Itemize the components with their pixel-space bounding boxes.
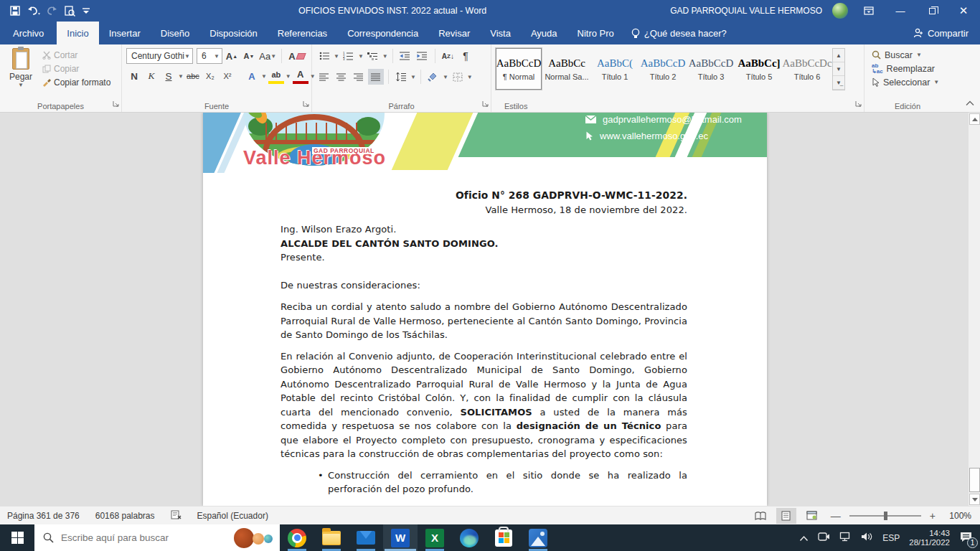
text-effects-caret[interactable]: ▼ [261, 73, 267, 80]
save-icon[interactable] [10, 6, 20, 16]
meet-now-icon[interactable] [818, 532, 830, 545]
bold-button[interactable]: N [126, 68, 142, 84]
justify-button[interactable] [368, 69, 384, 85]
taskbar-excel[interactable]: X [418, 524, 452, 551]
search-highlights-icon[interactable] [234, 527, 274, 549]
network-icon[interactable] [839, 532, 852, 545]
restore-button[interactable] [921, 3, 943, 19]
italic-button[interactable]: K [143, 68, 159, 84]
taskbar-edge[interactable] [452, 524, 486, 551]
clear-formatting-button[interactable]: A [286, 48, 307, 64]
styles-more-button[interactable]: ▼̲ [833, 76, 844, 90]
taskbar-file-explorer[interactable] [314, 524, 349, 551]
highlight-button[interactable]: ab [268, 68, 284, 84]
paste-button[interactable]: Pegar ▼ [4, 48, 37, 100]
web-layout-button[interactable] [802, 508, 822, 524]
zoom-level[interactable]: 100% [944, 511, 971, 521]
align-right-button[interactable] [351, 69, 367, 85]
font-size-combo[interactable]: 6▼ [197, 48, 222, 64]
tab-vista[interactable]: Vista [480, 22, 521, 44]
select-button[interactable]: Seleccionar▼ [872, 75, 946, 89]
read-mode-button[interactable] [750, 508, 771, 524]
taskbar-search[interactable] [34, 524, 280, 551]
tab-correspondencia[interactable]: Correspondencia [337, 22, 428, 44]
font-name-combo[interactable]: Century Gothi▼ [126, 48, 193, 64]
volume-icon[interactable] [861, 532, 873, 545]
portapapeles-dialog-launcher[interactable] [113, 97, 119, 110]
styles-scroll-down[interactable]: ▼ [833, 62, 844, 76]
page-indicator[interactable]: Página 361 de 376 [7, 511, 80, 521]
print-layout-button[interactable] [776, 508, 796, 524]
search-input[interactable] [61, 532, 227, 543]
copy-button[interactable]: Copiar [40, 63, 113, 75]
font-color-button[interactable]: A [293, 68, 308, 84]
style-sin-espaciado[interactable]: AaBbCcNormal Sa... [544, 48, 590, 90]
paste-dropdown-caret[interactable]: ▼ [18, 82, 24, 88]
scroll-down-button[interactable] [969, 494, 980, 505]
taskbar-store[interactable] [486, 524, 521, 551]
collapse-ribbon-button[interactable] [966, 96, 974, 109]
highlight-caret[interactable]: ▼ [286, 73, 291, 80]
change-case-button[interactable]: Aa▼ [258, 48, 278, 64]
taskbar-mail[interactable] [349, 524, 383, 551]
start-button[interactable] [0, 524, 34, 551]
format-painter-button[interactable]: Copiar formato [40, 77, 113, 88]
scrollbar-thumb[interactable] [969, 468, 980, 492]
document-canvas[interactable]: GAD PARROQUIAL Valle Hermoso (02)2770220… [0, 113, 980, 506]
tab-inicio[interactable]: Inicio [57, 22, 98, 44]
estilos-dialog-launcher[interactable] [855, 97, 862, 110]
tab-diseno[interactable]: Diseño [151, 22, 199, 44]
borders-caret[interactable]: ▼ [467, 74, 473, 80]
underline-button[interactable]: S [161, 68, 176, 84]
zoom-in-button[interactable]: + [927, 510, 938, 522]
style-titulo-3[interactable]: AaBbCcDTítulo 3 [688, 48, 734, 90]
multilevel-list-caret[interactable]: ▼ [382, 53, 388, 60]
increase-indent-button[interactable] [415, 48, 430, 64]
minimize-button[interactable]: — [890, 3, 911, 19]
show-marks-button[interactable]: ¶ [458, 48, 473, 64]
align-center-button[interactable] [334, 69, 349, 85]
line-spacing-caret[interactable]: ▼ [410, 74, 416, 80]
decrease-indent-button[interactable] [397, 48, 413, 64]
tab-disposicion[interactable]: Disposición [199, 22, 267, 44]
text-effects-button[interactable]: A [244, 68, 260, 84]
tab-nitro-pro[interactable]: Nitro Pro [567, 22, 624, 44]
subscript-button[interactable]: X₂ [202, 68, 218, 84]
bullet-list-caret[interactable]: ▼ [334, 53, 339, 60]
ribbon-display-options-icon[interactable] [858, 3, 880, 19]
word-count[interactable]: 60168 palabras [95, 511, 155, 521]
tab-ayuda[interactable]: Ayuda [521, 22, 567, 44]
scroll-up-button[interactable] [969, 113, 980, 125]
multilevel-list-button[interactable] [365, 48, 381, 64]
align-left-button[interactable] [316, 69, 332, 85]
vertical-scrollbar[interactable] [968, 113, 980, 506]
tell-me-box[interactable]: ¿Qué desea hacer? [624, 22, 734, 44]
bullet-list-button[interactable] [316, 48, 332, 64]
taskbar-photos[interactable] [521, 524, 555, 551]
sort-button[interactable]: AZ↓ [440, 48, 456, 64]
shrink-font-button[interactable]: A▼ [241, 48, 257, 64]
underline-caret[interactable]: ▼ [178, 73, 184, 80]
line-spacing-button[interactable] [393, 69, 409, 85]
cut-button[interactable]: Cortar [40, 50, 113, 61]
taskbar-word[interactable]: W [383, 524, 418, 551]
notification-center-button[interactable]: 1 [959, 531, 973, 545]
document-page[interactable]: GAD PARROQUIAL Valle Hermoso (02)2770220… [203, 113, 767, 506]
proofing-icon[interactable] [171, 510, 182, 522]
superscript-button[interactable]: X² [220, 68, 235, 84]
shading-caret[interactable]: ▼ [443, 74, 448, 80]
style-titulo-2[interactable]: AaBbCcDTítulo 2 [640, 48, 686, 90]
tab-insertar[interactable]: Insertar [99, 22, 151, 44]
language-tray[interactable]: ESP [882, 533, 900, 543]
zoom-out-button[interactable]: — [828, 510, 844, 522]
parrafo-dialog-launcher[interactable] [482, 97, 489, 110]
undo-button[interactable] [27, 6, 40, 16]
style-titulo-6[interactable]: AaBbCcDcTítulo 6 [784, 48, 830, 90]
shading-button[interactable] [425, 69, 441, 85]
document-text[interactable]: Oficio N° 268 GADPRVH-O-WMC-11-2022. Val… [203, 179, 767, 496]
close-button[interactable]: ✕ [953, 3, 974, 19]
find-button[interactable]: Buscar▼ [872, 48, 946, 62]
zoom-slider-thumb[interactable] [884, 512, 887, 520]
style-titulo-1[interactable]: AaBbC(Título 1 [592, 48, 638, 90]
style-normal[interactable]: AaBbCcD¶ Normal [496, 48, 542, 90]
